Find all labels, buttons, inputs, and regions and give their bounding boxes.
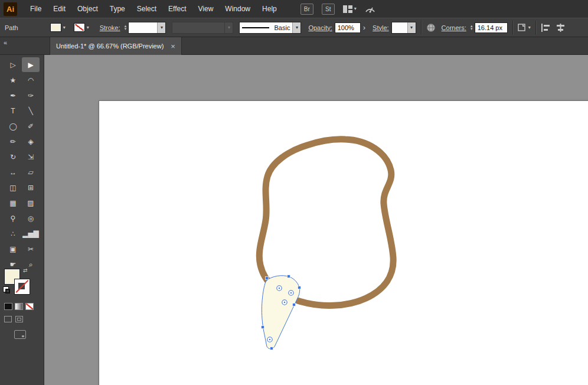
color-button[interactable] (4, 303, 12, 310)
curvature-tool[interactable]: ✑ (22, 88, 40, 103)
menu-object[interactable]: Object (71, 0, 104, 18)
eraser-tool[interactable]: ◈ (22, 134, 40, 149)
opacity-panel-launcher[interactable]: Opacity: (308, 24, 332, 31)
rotate-tool[interactable]: ↻ (4, 149, 22, 164)
symbol-sprayer-tool[interactable]: ∴ (4, 226, 22, 241)
default-fill-stroke-icon[interactable] (3, 286, 11, 295)
ellipse-tool[interactable]: ◯ (4, 119, 22, 133)
opacity-field[interactable]: 100% (335, 22, 361, 33)
anchor-point[interactable] (288, 275, 290, 278)
fill-color-picker[interactable]: ▾ (50, 23, 66, 32)
chevron-down-icon[interactable]: ▾ (157, 22, 165, 33)
draw-inside-icon[interactable] (15, 316, 23, 322)
menu-select[interactable]: Select (131, 0, 162, 18)
tab-strip: « Untitled-1* @ 66.67% (RGB/Preview) × (0, 37, 588, 55)
workspace-switcher[interactable]: ▾ (343, 5, 357, 13)
perspective-grid-tool[interactable]: ⊞ (22, 180, 40, 195)
width-tool[interactable]: ↔ (4, 165, 22, 180)
menu-window[interactable]: Window (219, 0, 256, 18)
shaper-tool[interactable]: ✏ (4, 134, 22, 149)
corner-widget-dot (269, 339, 270, 340)
draw-normal-icon[interactable] (4, 316, 12, 322)
pen-tool[interactable]: ✒ (4, 88, 22, 103)
workspace-icon (343, 5, 352, 13)
fill-type-row (4, 303, 34, 310)
magic-wand-tool[interactable]: ★ (4, 73, 22, 87)
recolor-artwork-icon[interactable] (426, 23, 436, 32)
column-graph-tool[interactable]: ▂▅▇ (22, 226, 40, 241)
stroke-style-dropdown[interactable]: Basic ▾ (239, 22, 301, 34)
type-tool[interactable]: T (4, 103, 22, 118)
anchor-point[interactable] (298, 286, 301, 289)
gradient-tool[interactable]: ▨ (22, 195, 40, 210)
scale-tool[interactable]: ⇲ (22, 149, 40, 164)
menu-help[interactable]: Help (256, 0, 283, 18)
document-setup-button[interactable]: ▾ (518, 24, 531, 32)
opacity-value: 100% (338, 24, 354, 31)
corners-field[interactable]: 16.14 px (475, 22, 508, 33)
shape-builder-tool[interactable]: ◫ (4, 180, 22, 195)
stepper-down-icon[interactable]: ▼ (124, 28, 128, 31)
anchor-point[interactable] (293, 304, 296, 306)
lasso-tool[interactable]: ◠ (22, 73, 40, 87)
corners-stepper[interactable]: ▲▼ (470, 25, 473, 31)
style-panel-launcher[interactable]: Style: (373, 24, 389, 31)
corners-value: 16.14 px (478, 24, 502, 31)
graphic-style-dropdown[interactable]: ▾ (391, 22, 416, 34)
separator (421, 21, 422, 35)
anchor-point[interactable] (262, 326, 264, 329)
chevron-down-icon: ▾ (528, 25, 531, 30)
document-tab-title: Untitled-1* @ 66.67% (RGB/Preview) (56, 43, 164, 50)
fill-swatch[interactable] (50, 23, 61, 32)
anchor-point[interactable] (270, 347, 273, 350)
control-bar: Path ▾ ▾ Stroke: ▲▼ ▾ ▾ Basic ▾ Opacity:… (0, 18, 588, 37)
stepper-down-icon[interactable]: ▼ (470, 28, 473, 31)
menu-file[interactable]: File (24, 0, 47, 18)
collapse-panel-icon[interactable]: « (4, 39, 6, 46)
menu-edit[interactable]: Edit (47, 0, 71, 18)
none-button[interactable] (25, 303, 34, 310)
corner-widget-dot (279, 288, 280, 289)
chevron-down-icon[interactable]: ▾ (407, 22, 416, 33)
canvas[interactable] (44, 55, 588, 385)
line-segment-tool[interactable]: ╲ (22, 103, 40, 118)
menu-view[interactable]: View (192, 0, 220, 18)
free-transform-tool[interactable]: ▱ (22, 165, 40, 180)
menu-type[interactable]: Type (104, 0, 131, 18)
separator (535, 21, 536, 35)
blend-tool[interactable]: ◎ (22, 211, 40, 226)
chevron-down-icon[interactable]: ▾ (292, 22, 300, 33)
align-left-icon[interactable] (541, 24, 551, 32)
selection-tool[interactable]: ▶ (22, 57, 40, 72)
slice-tool[interactable]: ✂ (22, 242, 40, 256)
eyedropper-tool[interactable]: ⚲ (4, 211, 22, 226)
anchor-point[interactable] (266, 277, 269, 280)
tools-panel: ▷▶★◠✒✑T╲◯✐✏◈↻⇲↔▱◫⊞▦▨⚲◎∴▂▅▇▣✂☛⌕ ⇄ (0, 55, 44, 385)
mesh-tool[interactable]: ▦ (4, 195, 22, 210)
stroke-indicator[interactable] (14, 279, 30, 295)
direct-selection-tool[interactable]: ▷ (4, 57, 22, 72)
bridge-button[interactable]: Br (300, 4, 313, 15)
stroke-weight-stepper[interactable]: ▲▼ (124, 25, 128, 31)
opacity-flyout-icon[interactable]: › (363, 24, 365, 31)
stock-button[interactable]: St (322, 4, 335, 15)
paintbrush-tool[interactable]: ✐ (22, 119, 40, 133)
stroke-weight-dropdown[interactable]: ▾ (128, 22, 166, 34)
corners-panel-launcher[interactable]: Corners: (442, 24, 466, 31)
document-tab[interactable]: Untitled-1* @ 66.67% (RGB/Preview) × (50, 37, 182, 55)
stroke-panel-launcher[interactable]: Stroke: (100, 24, 120, 31)
align-center-icon[interactable] (556, 24, 566, 32)
menu-effect[interactable]: Effect (162, 0, 192, 18)
stroke-color-picker[interactable]: ▾ (74, 23, 89, 32)
artboard-tool[interactable]: ▣ (4, 242, 22, 256)
close-icon[interactable]: × (171, 43, 175, 50)
gradient-button[interactable] (15, 303, 23, 310)
gpu-performance-button[interactable] (365, 5, 375, 13)
chevron-down-icon[interactable]: ▾ (87, 25, 89, 30)
chevron-down-icon[interactable]: ▾ (63, 25, 66, 30)
screen-mode-button[interactable] (14, 330, 26, 339)
stroke-swatch[interactable] (74, 23, 85, 32)
illustrator-logo: Ai (4, 2, 17, 16)
swap-fill-stroke-icon[interactable]: ⇄ (23, 267, 28, 273)
brush-definition-dropdown: ▾ (172, 22, 233, 34)
